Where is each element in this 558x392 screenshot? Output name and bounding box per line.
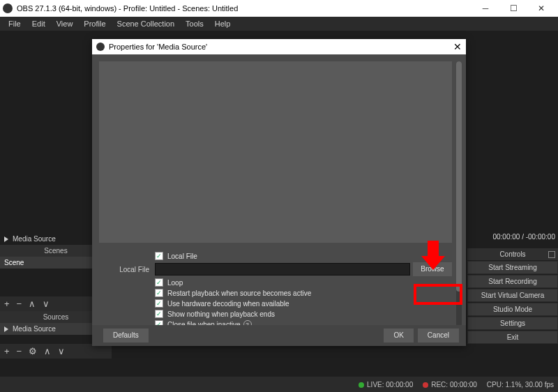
menu-edit[interactable]: Edit <box>27 20 51 28</box>
menu-profile[interactable]: Profile <box>78 20 111 28</box>
scene-down-button[interactable]: ∨ <box>41 299 51 309</box>
play-icon <box>4 326 8 332</box>
scrollbar-thumb[interactable] <box>456 61 462 292</box>
remove-scene-button[interactable]: − <box>15 299 24 309</box>
annotation-arrow <box>421 241 445 274</box>
menu-help[interactable]: Help <box>209 20 236 28</box>
menu-file[interactable]: File <box>3 20 27 28</box>
dialog-titlebar: Properties for 'Media Source' ✕ <box>92 39 466 54</box>
controls-panel: Controls Start Streaming Start Recording… <box>467 233 558 344</box>
hardware-decoding-checkbox[interactable] <box>155 299 163 308</box>
show-nothing-label: Show nothing when playback ends <box>167 310 275 318</box>
show-nothing-checkbox[interactable] <box>155 310 163 318</box>
loop-checkbox[interactable] <box>155 278 163 287</box>
annotation-highlight-box <box>414 284 462 305</box>
defaults-button[interactable]: Defaults <box>103 329 149 342</box>
menu-view[interactable]: View <box>51 20 79 28</box>
status-cpu: CPU: 1.1%, 30.00 fps <box>487 381 554 389</box>
dialog-close-button[interactable]: ✕ <box>453 41 462 52</box>
exit-button[interactable]: Exit <box>467 331 558 344</box>
properties-dialog: Properties for 'Media Source' ✕ Local Fi… <box>92 39 466 346</box>
source-settings-button[interactable]: ⚙ <box>27 346 38 356</box>
dialog-footer: Defaults OK Cancel <box>92 325 466 346</box>
status-bar: LIVE: 00:00:00 REC: 00:00:00 CPU: 1.1%, … <box>0 377 558 392</box>
live-dot-icon <box>359 382 364 388</box>
menu-scene-collection[interactable]: Scene Collection <box>112 20 181 28</box>
status-live: LIVE: 00:00:00 <box>359 381 413 389</box>
window-titlebar: OBS 27.1.3 (64-bit, windows) - Profile: … <box>0 0 558 17</box>
start-virtual-camera-button[interactable]: Start Virtual Camera <box>467 289 558 302</box>
restart-playback-checkbox[interactable] <box>155 289 163 297</box>
hardware-decoding-label: Use hardware decoding when available <box>167 300 289 308</box>
obs-app-icon <box>3 3 13 13</box>
window-title: OBS 27.1.3 (64-bit, windows) - Profile: … <box>17 4 472 13</box>
loop-label: Loop <box>167 279 183 287</box>
bottom-left-toolbar: + − ⚙ ∧ ∨ <box>0 344 112 359</box>
ok-button[interactable]: OK <box>384 329 413 342</box>
controls-header-label: Controls <box>499 250 525 258</box>
add-source-button[interactable]: + <box>3 346 11 356</box>
main-area: Media Source Scenes Scene + − ∧ ∨ Source… <box>0 31 558 375</box>
minimize-button[interactable]: ─ <box>472 0 499 17</box>
dialog-body: Local File Local File Browse Loop Restar… <box>92 54 466 346</box>
sources-item-label: Media Source <box>13 325 56 333</box>
play-icon <box>4 236 8 242</box>
local-file-input[interactable] <box>155 263 410 276</box>
maximize-button[interactable]: ☐ <box>499 0 527 17</box>
rec-dot-icon <box>423 382 428 388</box>
start-streaming-button[interactable]: Start Streaming <box>467 261 558 274</box>
local-file-checkbox[interactable] <box>155 252 163 260</box>
popout-icon[interactable] <box>548 251 555 258</box>
scene-up-button[interactable]: ∧ <box>27 299 37 309</box>
obs-app-icon <box>96 43 105 51</box>
local-file-checkbox-label: Local File <box>167 252 197 260</box>
cancel-button[interactable]: Cancel <box>418 329 459 342</box>
controls-header: Controls <box>467 248 558 260</box>
source-up-button[interactable]: ∧ <box>43 346 52 356</box>
start-recording-button[interactable]: Start Recording <box>467 275 558 288</box>
studio-mode-button[interactable]: Studio Mode <box>467 303 558 316</box>
source-item-label: Media Source <box>13 235 56 243</box>
settings-button[interactable]: Settings <box>467 317 558 330</box>
remove-source-button[interactable]: − <box>15 346 24 356</box>
restart-playback-label: Restart playback when source becomes act… <box>167 289 311 297</box>
menu-tools[interactable]: Tools <box>180 20 209 28</box>
add-scene-button[interactable]: + <box>3 299 11 309</box>
menu-bar: File Edit View Profile Scene Collection … <box>0 17 558 31</box>
media-preview <box>99 61 452 243</box>
dialog-title: Properties for 'Media Source' <box>109 43 453 51</box>
local-file-label: Local File <box>99 266 155 273</box>
close-window-button[interactable]: ✕ <box>527 0 555 17</box>
status-rec: REC: 00:00:00 <box>423 381 477 389</box>
source-down-button[interactable]: ∨ <box>56 346 66 356</box>
